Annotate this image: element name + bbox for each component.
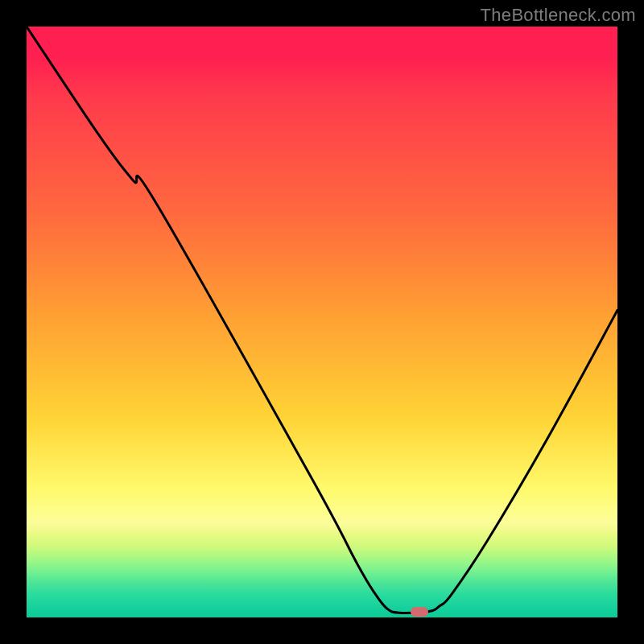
chart-stage: TheBottleneck.com	[0, 0, 644, 644]
optimal-marker	[411, 607, 428, 617]
watermark-label: TheBottleneck.com	[481, 5, 636, 26]
bottleneck-curve	[27, 27, 617, 613]
plot-area	[27, 27, 617, 617]
curve-svg	[27, 27, 617, 617]
